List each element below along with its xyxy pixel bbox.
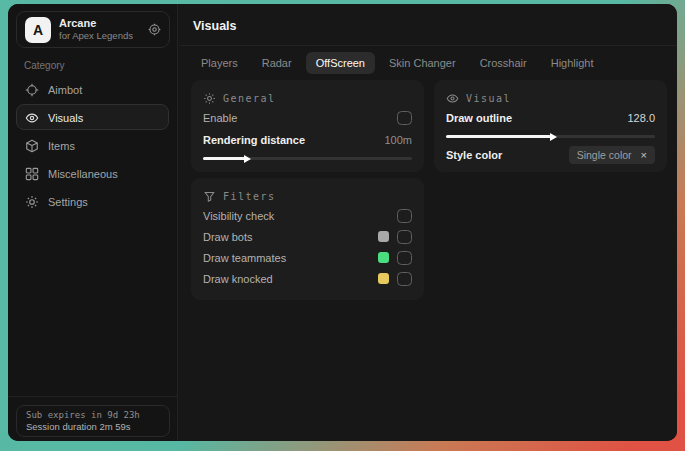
page-title: Visuals: [193, 19, 237, 33]
draw-bots-label: Draw bots: [203, 231, 253, 243]
panel-title: General: [223, 93, 276, 104]
sidebar-item-label: Aimbot: [48, 84, 82, 96]
sidebar-item-label: Visuals: [48, 112, 83, 124]
draw-outline-row: Draw outline 128.0: [446, 107, 655, 129]
sun-icon: [203, 92, 216, 105]
tab-offscreen[interactable]: OffScreen: [306, 52, 375, 74]
main-content: Visuals Players Radar OffScreen Skin Cha…: [179, 4, 677, 441]
main-header: Visuals: [179, 4, 677, 46]
tab-players[interactable]: Players: [191, 52, 248, 74]
style-color-label: Style color: [446, 149, 502, 161]
slider-fill: [203, 157, 245, 160]
visibility-check-checkbox[interactable]: [397, 209, 412, 223]
panel-visual-header: Visual: [446, 89, 655, 107]
profile-text: Arcane for Apex Legends: [59, 17, 140, 43]
draw-teammates-checkbox[interactable]: [397, 251, 412, 265]
draw-bots-color-swatch[interactable]: [378, 231, 389, 242]
app-window: A Arcane for Apex Legends Category: [8, 4, 677, 441]
category-label: Category: [24, 60, 65, 71]
draw-bots-row: Draw bots: [203, 226, 412, 247]
settings-gear-icon[interactable]: [148, 23, 161, 36]
app-subtitle: for Apex Legends: [59, 30, 140, 42]
profile-card: A Arcane for Apex Legends: [16, 11, 170, 48]
rendering-distance-label: Rendering distance: [203, 134, 305, 146]
desktop-background: A Arcane for Apex Legends Category: [0, 0, 685, 451]
draw-knocked-row: Draw knocked: [203, 268, 412, 289]
sidebar-item-visuals[interactable]: Visuals: [8, 104, 177, 132]
draw-teammates-label: Draw teammates: [203, 252, 286, 264]
panel-filters-header: Filters: [203, 187, 412, 205]
draw-knocked-label: Draw knocked: [203, 273, 273, 285]
rendering-distance-slider[interactable]: [203, 153, 412, 163]
sidebar-item-label: Settings: [48, 196, 88, 208]
panel-visual: Visual Draw outline 128.0 Style color Si…: [434, 80, 667, 172]
panel-title: Filters: [223, 191, 276, 202]
draw-knocked-checkbox[interactable]: [397, 272, 412, 286]
tab-highlight[interactable]: Highlight: [541, 52, 604, 74]
draw-outline-value: 128.0: [627, 112, 655, 124]
tab-radar[interactable]: Radar: [252, 52, 302, 74]
draw-outline-slider[interactable]: [446, 131, 655, 141]
panel-general-header: General: [203, 89, 412, 107]
sidebar-item-settings[interactable]: Settings: [8, 188, 177, 216]
enable-checkbox[interactable]: [397, 111, 412, 125]
rendering-distance-row: Rendering distance 100m: [203, 129, 412, 151]
eye-icon: [446, 92, 459, 105]
draw-teammates-color-swatch[interactable]: [378, 252, 389, 263]
sidebar-item-miscellaneous[interactable]: Miscellaneous: [8, 160, 177, 188]
layout-grid-icon: [25, 167, 39, 181]
crosshair-icon: [25, 83, 39, 97]
sidebar-item-items[interactable]: Items: [8, 132, 177, 160]
close-icon[interactable]: ×: [641, 150, 647, 161]
visibility-check-row: Visibility check: [203, 205, 412, 226]
chip-label: Single color: [577, 149, 632, 161]
app-logo: A: [25, 17, 51, 43]
enable-row: Enable: [203, 107, 412, 129]
subscription-info-card: Sub expires in 9d 23h Session duration 2…: [16, 405, 170, 437]
tab-skin-changer[interactable]: Skin Changer: [379, 52, 466, 74]
sidebar-item-label: Miscellaneous: [48, 168, 118, 180]
sidebar: A Arcane for Apex Legends Category: [8, 4, 178, 441]
sidebar-footer-divider: [8, 396, 177, 397]
sidebar-nav: Aimbot Visuals: [8, 76, 177, 216]
panel-title: Visual: [466, 93, 511, 104]
draw-outline-label: Draw outline: [446, 112, 512, 124]
visibility-check-label: Visibility check: [203, 210, 274, 222]
eye-icon: [25, 111, 39, 125]
rendering-distance-value: 100m: [384, 134, 412, 146]
gear-icon: [25, 195, 39, 209]
funnel-icon: [203, 190, 216, 203]
tab-crosshair[interactable]: Crosshair: [470, 52, 537, 74]
style-color-row: Style color Single color ×: [446, 144, 655, 166]
draw-bots-checkbox[interactable]: [397, 230, 412, 244]
tab-bar: Players Radar OffScreen Skin Changer Cro…: [191, 52, 604, 74]
style-color-chip[interactable]: Single color ×: [569, 146, 655, 164]
panel-filters: Filters Visibility check Draw bots Draw …: [191, 178, 424, 300]
app-name: Arcane: [59, 17, 140, 31]
sub-expires-text: Sub expires in 9d 23h: [26, 410, 160, 420]
slider-fill: [446, 135, 551, 138]
enable-label: Enable: [203, 112, 237, 124]
draw-knocked-color-swatch[interactable]: [378, 273, 389, 284]
cube-icon: [25, 139, 39, 153]
sidebar-item-label: Items: [48, 140, 75, 152]
sidebar-item-aimbot[interactable]: Aimbot: [8, 76, 177, 104]
panel-general: General Enable Rendering distance 100m: [191, 80, 424, 172]
session-duration-text: Session duration 2m 59s: [26, 421, 160, 432]
draw-teammates-row: Draw teammates: [203, 247, 412, 268]
